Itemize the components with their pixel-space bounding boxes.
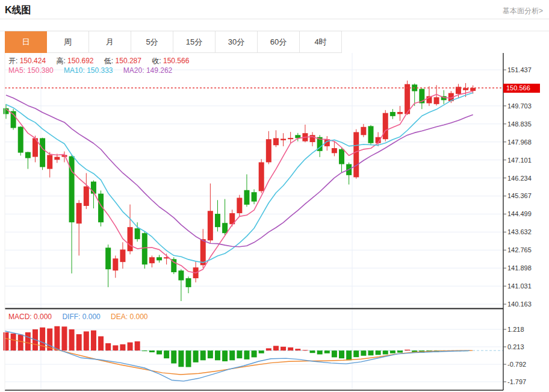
candle-up <box>281 138 286 140</box>
candle-down <box>40 138 45 167</box>
macd-bar-positive <box>84 331 89 350</box>
axis-tick-label: 143.632 <box>507 228 532 235</box>
macd-bar-negative <box>332 350 337 357</box>
candle-down <box>186 278 191 287</box>
ma20-value: 149.262 <box>146 66 172 75</box>
macd-bar-positive <box>61 326 67 350</box>
candle-up <box>397 112 403 114</box>
macd-bar-negative <box>171 350 176 363</box>
tab-周[interactable]: 周 <box>47 31 89 53</box>
macd-bar-negative <box>317 350 323 354</box>
candle-up <box>266 139 271 162</box>
candle-up <box>84 187 89 206</box>
dea-value: 0.000 <box>129 313 147 321</box>
macd-bar-negative <box>164 350 169 358</box>
tab-4时[interactable]: 4时 <box>300 31 342 53</box>
low-value: 150.287 <box>116 57 141 65</box>
ma20-label: MA20: <box>123 66 144 75</box>
macd-bar-positive <box>128 343 133 351</box>
macd-bar-negative <box>353 350 359 357</box>
candle-up <box>113 258 118 270</box>
macd-value: 0.000 <box>34 313 52 321</box>
open-label: 开: <box>8 57 17 65</box>
macd-bar-negative <box>324 350 330 353</box>
axis-tick-label: 149.703 <box>507 102 532 110</box>
macd-bar-negative <box>244 350 249 359</box>
macd-bar-positive <box>69 329 75 350</box>
macd-bar-positive <box>266 348 271 350</box>
macd-bar-positive <box>76 334 82 350</box>
macd-bar-negative <box>390 350 395 353</box>
tab-60分[interactable]: 60分 <box>258 31 300 53</box>
ma10-line <box>6 93 473 263</box>
candle-down <box>105 247 111 269</box>
tab-5分[interactable]: 5分 <box>131 31 173 53</box>
candle-down <box>368 126 374 143</box>
macd-bar-positive <box>4 332 9 350</box>
macd-bar-negative <box>368 350 374 355</box>
high-value: 150.692 <box>67 57 93 65</box>
macd-bar-positive <box>113 345 118 350</box>
candle-up <box>463 88 468 90</box>
macd-bar-positive <box>302 350 308 350</box>
axis-tick-label: 0.213 <box>507 343 524 350</box>
current-price-badge: 150.566 <box>503 84 540 93</box>
axis-tick-label: -1.797 <box>507 378 526 385</box>
macd-bar-negative <box>346 350 352 360</box>
macd-bar-negative <box>361 350 366 356</box>
ohlc-legend: 开: 150.424 高: 150.692 低: 150.287 收: 150.… <box>8 56 197 66</box>
axis-tick-label: 144.499 <box>507 210 532 217</box>
candle-up <box>76 203 82 223</box>
tab-月[interactable]: 月 <box>89 31 131 53</box>
macd-bar-negative <box>310 350 315 353</box>
candle-down <box>25 152 31 158</box>
macd-bar-positive <box>135 341 140 350</box>
axis-tick-label: 141.898 <box>507 264 532 272</box>
tab-30分[interactable]: 30分 <box>216 31 258 53</box>
ma20-line <box>6 95 473 247</box>
candle-down <box>178 270 184 280</box>
ma10-label: MA10: <box>64 66 85 75</box>
candle-up <box>434 97 439 104</box>
macd-bar-negative <box>383 350 388 354</box>
ma-legend: MA5: 150.380 MA10: 150.333 MA20: 149.262 <box>8 66 181 75</box>
axis-tick-label: -0.792 <box>507 361 526 368</box>
axis-tick-label: 147.101 <box>507 157 532 164</box>
candle-up <box>47 155 52 169</box>
macd-bar-positive <box>295 349 300 350</box>
macd-bar-negative <box>193 350 199 362</box>
candle-up <box>259 162 264 191</box>
candle-up <box>383 113 388 139</box>
macd-bar-positive <box>54 326 60 350</box>
axis-tick-label: 141.031 <box>507 282 532 290</box>
candle-up <box>54 157 60 160</box>
axis-tick-label: 145.367 <box>507 192 532 199</box>
candle-up <box>273 138 279 145</box>
tab-日[interactable]: 日 <box>5 31 47 53</box>
candle-down <box>339 149 344 164</box>
axis-tick-label: 148.835 <box>507 120 532 128</box>
macd-label: MACD: <box>8 313 32 321</box>
candle-down <box>157 257 162 260</box>
ma5-label: MA5: <box>8 66 25 75</box>
macd-bar-negative <box>259 350 264 353</box>
axis-tick-label: 140.163 <box>507 300 532 308</box>
macd-bar-positive <box>18 335 23 351</box>
macd-bar-positive <box>91 331 96 350</box>
high-label: 高: <box>56 57 65 65</box>
macd-bar-negative <box>397 350 403 352</box>
tab-15分[interactable]: 15分 <box>173 31 216 53</box>
macd-bar-negative <box>149 350 155 352</box>
candle-up <box>470 88 476 91</box>
axis-tick-label: 151.437 <box>507 66 532 73</box>
macd-bar-negative <box>252 350 257 357</box>
axis-tick-label: 1.218 <box>507 326 524 333</box>
page-title: K线图 <box>5 4 31 17</box>
macd-bar-negative <box>142 350 147 351</box>
macd-bar-negative <box>339 350 344 358</box>
candle-up <box>353 132 359 177</box>
timeframe-tabs: 日周月5分15分30分60分4时 <box>5 31 342 53</box>
fundamental-analysis-link[interactable]: 基本面分析> <box>503 6 543 16</box>
candle-up <box>237 198 242 213</box>
macd-bar-negative <box>157 350 162 354</box>
